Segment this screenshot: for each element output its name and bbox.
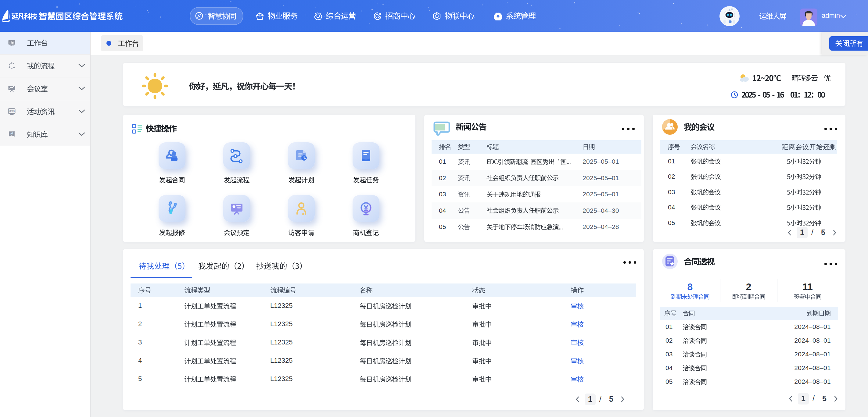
svg-text:NEWS: NEWS [9,110,14,112]
svg-text:Ai: Ai [10,132,13,135]
